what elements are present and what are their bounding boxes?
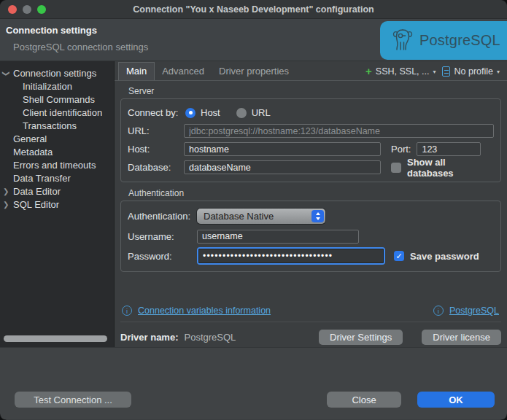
driver-name-value: PostgreSQL [184,332,236,343]
tab-advanced[interactable]: Advanced [155,63,212,80]
tab-toolbar: SSH, SSL, ... No profile [365,66,500,80]
show-all-databases-checkbox[interactable] [391,163,401,173]
connect-by-label: Connect by: [128,107,184,118]
page-title: Connection settings [6,25,97,36]
password-label: Password: [128,251,197,262]
chevron-right-icon[interactable] [3,198,12,211]
authentication-groupbox: Authentication: Database Native Username… [120,201,501,272]
password-row: Password: Save password [128,246,494,266]
tree-item-label: Initialization [23,81,72,92]
tree-item-shell-commands[interactable]: Shell Commands [0,93,114,106]
driver-name-label: Driver name: [120,332,178,343]
links-row: Connection variables information Postgre… [120,306,501,316]
database-input[interactable] [184,160,381,174]
close-window-button[interactable] [8,5,17,14]
tab-bar: Main Advanced Driver properties SSH, SSL… [115,61,507,81]
horizontal-scrollbar[interactable] [4,335,107,342]
host-row: Host: Port: [128,140,494,158]
postgresql-elephant-icon [391,27,414,55]
authentication-selected-value: Database Native [204,211,274,222]
show-all-databases-label[interactable]: Show all databases [407,157,494,179]
tree-item-label: Data Editor [13,186,61,197]
dialog-body: Connection settings Initialization Shell… [0,61,507,348]
select-chevrons-icon [311,210,324,222]
save-password-label[interactable]: Save password [410,251,479,262]
connection-variables-link[interactable]: Connection variables information [138,306,271,316]
database-row: Database: Show all databases [128,158,494,176]
dialog-footer: Test Connection ... Close OK [0,348,507,419]
chevron-down-icon[interactable] [3,67,12,80]
tree-item-sql-editor[interactable]: SQL Editor [0,198,114,211]
variables-link-cluster: Connection variables information [122,306,271,316]
tree-item-errors-and-timeouts[interactable]: Errors and timeouts [0,159,114,172]
tree-item-metadata[interactable]: Metadata [0,146,114,159]
ok-button[interactable]: OK [417,392,495,408]
authentication-row: Authentication: Database Native [128,206,494,227]
tree-item-general[interactable]: General [0,133,114,146]
postgresql-logo-text: PostgreSQL [419,32,500,49]
tab-driver-properties[interactable]: Driver properties [212,63,296,80]
url-input[interactable] [184,124,494,138]
tree-item-connection-settings[interactable]: Connection settings [0,67,114,80]
postgresql-logo-badge: PostgreSQL [380,21,507,60]
add-icon [365,67,372,76]
driver-settings-button[interactable]: Driver Settings [319,330,403,345]
tree-item-client-identification[interactable]: Client identification [0,106,114,120]
host-label: Host: [128,144,184,155]
authentication-label: Authentication: [128,211,197,222]
port-label: Port: [391,144,411,155]
username-input[interactable] [197,230,359,244]
url-radio-label[interactable]: URL [252,107,271,118]
connect-by-row: Connect by: Host URL [128,104,494,122]
host-input[interactable] [184,142,381,156]
tree-item-label: Client identification [23,107,102,118]
host-radio[interactable] [185,108,196,118]
zoom-window-button[interactable] [37,5,46,14]
ssh-ssl-dropdown[interactable]: SSH, SSL, ... [376,66,430,77]
info-icon [433,306,444,316]
tree-item-label: Data Transfer [13,173,71,184]
driver-section-divider [120,322,501,322]
chevron-down-icon[interactable] [433,69,436,75]
postgresql-driver-link[interactable]: PostgreSQL [449,306,499,316]
minimize-window-button[interactable] [23,5,31,14]
test-connection-button[interactable]: Test Connection ... [15,392,131,408]
database-label: Database: [128,162,184,173]
close-button[interactable]: Close [327,392,401,408]
host-radio-label[interactable]: Host [201,107,220,118]
authentication-group-label: Authentication [128,188,501,198]
window-controls [8,5,46,14]
url-label: URL: [128,125,184,136]
authentication-select[interactable]: Database Native [197,209,325,224]
chevron-down-icon[interactable] [497,69,500,75]
driver-license-button[interactable]: Driver license [422,330,501,345]
tree-item-initialization[interactable]: Initialization [0,80,114,93]
password-input[interactable] [198,249,384,263]
main-panel: Main Advanced Driver properties SSH, SSL… [115,61,507,347]
tree-item-label: Errors and timeouts [13,160,96,171]
dialog-header: Connection settings PostgreSQL connectio… [0,19,507,61]
page-subtitle: PostgreSQL connection settings [13,42,148,52]
port-input[interactable] [417,142,481,156]
tree-item-data-transfer[interactable]: Data Transfer [0,172,114,185]
server-groupbox: Connect by: Host URL URL: Host: Port: [120,98,501,182]
tree-item-label: Shell Commands [23,94,95,105]
info-icon [122,306,132,316]
tree-item-label: Metadata [13,147,53,158]
driver-link-cluster: PostgreSQL [433,306,499,316]
tab-main[interactable]: Main [118,62,155,80]
tree-item-label: General [13,133,47,144]
username-row: Username: [128,227,494,246]
chevron-right-icon[interactable] [3,185,12,198]
tree-item-label: Transactions [23,120,77,131]
url-radio[interactable] [236,108,247,118]
driver-row: Driver name: PostgreSQL Driver Settings … [120,330,501,345]
url-row: URL: [128,122,494,140]
tree-item-label: Connection settings [13,68,96,79]
tree-item-transactions[interactable]: Transactions [0,120,114,133]
profile-dropdown[interactable]: No profile [454,66,493,77]
title-bar: Connection "You x Naseeb Development" co… [0,0,507,19]
save-password-checkbox[interactable] [394,251,404,261]
tree-item-data-editor[interactable]: Data Editor [0,185,114,198]
window-title: Connection "You x Naseeb Development" co… [133,4,374,15]
